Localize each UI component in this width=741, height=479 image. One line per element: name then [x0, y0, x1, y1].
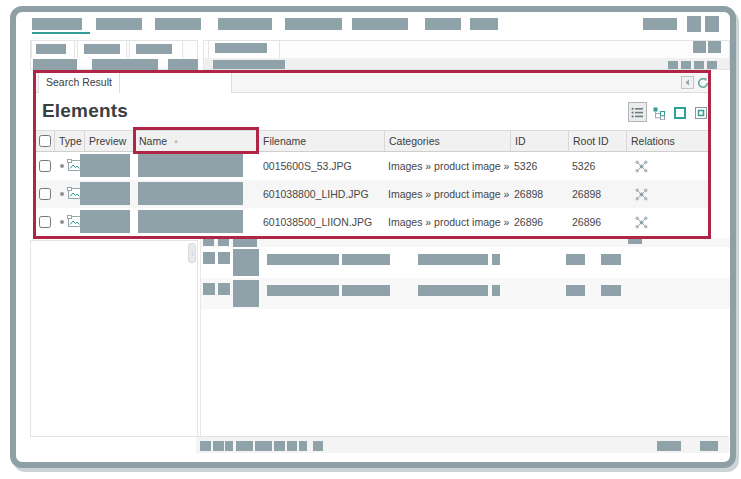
cell-filename: 601038800_LIHD.JPG: [263, 180, 381, 208]
redacted-block: [342, 285, 390, 296]
cell-categories: Images » product image » p...: [388, 152, 510, 180]
redacted-preview: [80, 182, 130, 205]
list-item[interactable]: [201, 238, 730, 247]
status-dot-icon: [60, 220, 64, 224]
redacted-preview: [80, 154, 130, 177]
column-header-root-id[interactable]: Root ID: [568, 131, 626, 151]
redacted-block: [136, 44, 172, 54]
column-header-id[interactable]: ID: [510, 131, 568, 151]
menu-item-redacted[interactable]: [218, 18, 272, 30]
redacted-block: [628, 239, 642, 244]
redacted-block: [225, 441, 233, 451]
redacted-block: [267, 285, 339, 296]
menu-item-redacted[interactable]: [285, 18, 342, 30]
redacted-block: [213, 60, 285, 69]
relations-icon[interactable]: [634, 215, 649, 230]
redacted-thumbnail: [233, 280, 259, 307]
tab-search-result[interactable]: Search Result: [38, 73, 120, 93]
redacted-block: [492, 254, 500, 265]
list-item[interactable]: [201, 278, 730, 309]
column-header-preview[interactable]: Preview: [84, 131, 134, 151]
redacted-block: [299, 441, 307, 451]
relations-icon[interactable]: [634, 159, 649, 174]
menu-item-redacted[interactable]: [32, 18, 82, 30]
status-bar: [196, 436, 729, 453]
redacted-block: [274, 441, 285, 451]
panel-button-redacted[interactable]: [708, 41, 721, 53]
tree-view-icon[interactable]: [649, 102, 668, 122]
panel-button-redacted[interactable]: [693, 41, 706, 53]
cell-root-id: 5326: [572, 152, 624, 180]
splitter-collapse-handle[interactable]: ⋮: [188, 243, 196, 263]
column-header-type[interactable]: Type: [54, 131, 84, 151]
row-checkbox[interactable]: [39, 188, 51, 200]
search-result-tabbar: Search Result: [36, 73, 708, 93]
redacted-block: [200, 441, 211, 451]
view-mode-toolbar: [628, 102, 710, 123]
redacted-block: [203, 283, 215, 295]
table-row[interactable]: 601038500_LIION.JPG Images » product ima…: [36, 208, 708, 236]
panel-button-redacted[interactable]: [694, 61, 704, 69]
redacted-block: [203, 239, 214, 246]
cell-categories: Images » product image » al...: [388, 208, 510, 236]
redacted-block: [287, 441, 297, 451]
list-view-icon[interactable]: [628, 102, 647, 122]
redacted-name: [138, 182, 243, 205]
redacted-block: [566, 254, 585, 265]
thumbnail-view-icon[interactable]: [691, 102, 710, 122]
menu-item-redacted[interactable]: [352, 18, 408, 30]
redacted-block: [342, 254, 390, 265]
menu-item-redacted[interactable]: [425, 18, 461, 30]
menu-item-redacted[interactable]: [643, 18, 677, 30]
column-header-categories[interactable]: Categories: [384, 131, 510, 151]
redacted-block: [33, 59, 77, 70]
menu-item-redacted[interactable]: [155, 18, 201, 30]
redacted-block: [418, 285, 488, 296]
status-dot-icon: [60, 192, 64, 196]
redacted-block: [84, 44, 120, 54]
cell-id: 26898: [514, 180, 566, 208]
cell-filename: 0015600S_53.JPG: [263, 152, 381, 180]
cell-root-id: 26898: [572, 180, 624, 208]
table-row[interactable]: 0015600S_53.JPG Images » product image »…: [36, 152, 708, 180]
row-checkbox[interactable]: [39, 216, 51, 228]
refresh-icon[interactable]: [696, 76, 710, 90]
cell-root-id: 26896: [572, 208, 624, 236]
redacted-block: [218, 283, 230, 295]
cell-id: 5326: [514, 152, 566, 180]
redacted-block: [215, 43, 267, 53]
panel-button-redacted[interactable]: [707, 61, 717, 69]
collapse-left-icon[interactable]: [681, 76, 695, 90]
page-title: Elements: [42, 100, 128, 122]
column-header-filename[interactable]: Filename: [258, 131, 384, 151]
redacted-block: [566, 285, 585, 296]
redacted-block: [218, 252, 230, 264]
select-all-checkbox[interactable]: [39, 135, 51, 147]
tab-empty: [120, 73, 232, 93]
menu-button-redacted[interactable]: [687, 16, 701, 32]
menu-item-redacted[interactable]: [96, 18, 142, 30]
redacted-block: [236, 441, 253, 451]
redacted-block: [255, 441, 272, 451]
column-header-relations[interactable]: Relations: [626, 131, 708, 151]
list-item[interactable]: [201, 247, 730, 278]
redacted-block: [233, 238, 257, 247]
menu-button-redacted[interactable]: [705, 16, 719, 32]
screenshot-root: ⋮: [0, 0, 741, 479]
panel-button-redacted[interactable]: [668, 61, 678, 69]
redacted-block: [657, 441, 681, 451]
redacted-block: [213, 441, 224, 451]
panel-button-redacted[interactable]: [681, 61, 691, 69]
relations-icon[interactable]: [634, 187, 649, 202]
redacted-thumbnail: [233, 249, 259, 276]
row-checkbox[interactable]: [39, 160, 51, 172]
table-row[interactable]: 601038800_LIHD.JPG Images » product imag…: [36, 180, 708, 208]
cell-filename: 601038500_LIION.JPG: [263, 208, 381, 236]
redacted-block: [418, 254, 488, 265]
status-dot-icon: [60, 164, 64, 168]
redacted-block: [218, 239, 229, 246]
frame-view-icon[interactable]: [670, 102, 689, 122]
redacted-block: [601, 285, 621, 296]
cell-categories: Images » product image » al...: [388, 180, 510, 208]
menu-item-redacted[interactable]: [470, 18, 498, 30]
